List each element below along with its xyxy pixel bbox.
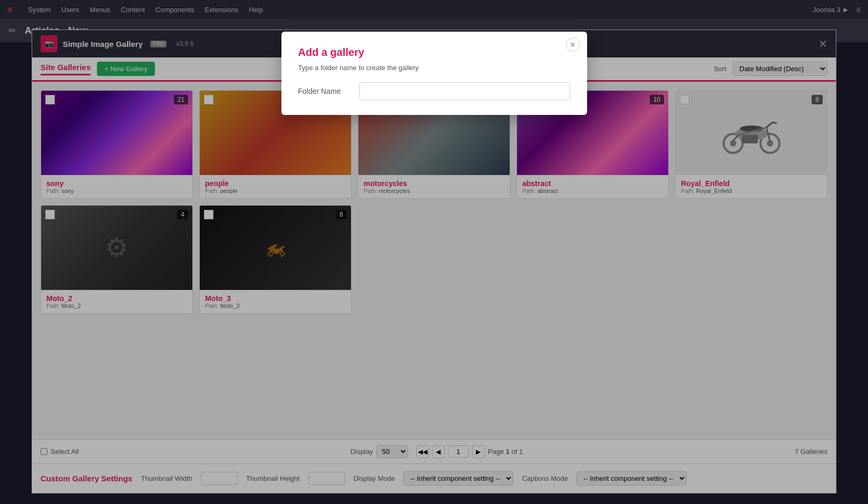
add-gallery-modal: Add a gallery Type a folder name to crea…: [281, 32, 587, 115]
folder-name-label: Folder Name: [298, 87, 351, 95]
modal-title: Add a gallery: [298, 46, 570, 59]
modal-backdrop: Add a gallery Type a folder name to crea…: [0, 0, 868, 504]
modal-close-button[interactable]: ✕: [566, 38, 580, 52]
modal-subtitle: Type a folder name to create the gallery: [298, 64, 570, 72]
modal-form-row: Folder Name: [298, 82, 570, 100]
folder-name-input[interactable]: [359, 82, 570, 100]
